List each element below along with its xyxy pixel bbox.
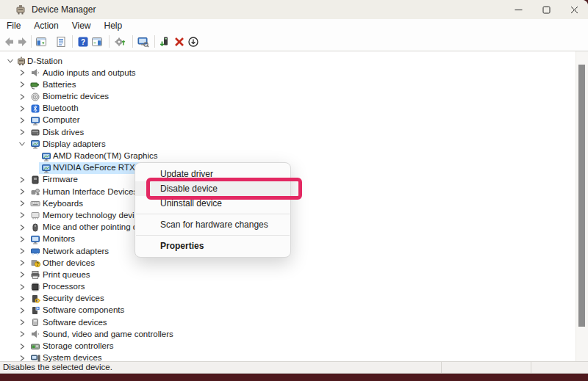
titlebar[interactable]: Device Manager xyxy=(0,0,588,19)
menu-file[interactable]: File xyxy=(0,19,27,32)
display-icon xyxy=(30,139,40,149)
toolbar-separator xyxy=(72,35,73,48)
chevron-right-icon[interactable] xyxy=(18,69,26,76)
chevron-right-icon[interactable] xyxy=(18,81,26,88)
tree-item-label: Display adapters xyxy=(43,139,106,148)
chevron-right-icon[interactable] xyxy=(18,117,26,124)
tree-item-amd-radeon-tm-graphics[interactable]: AMD Radeon(TM) Graphics xyxy=(0,150,588,162)
menu-view[interactable]: View xyxy=(65,19,98,32)
device-manager-app-icon xyxy=(15,4,26,15)
printer-icon xyxy=(30,269,40,280)
speaker-icon xyxy=(30,68,40,78)
annotation-highlight-box xyxy=(146,178,302,200)
back-icon[interactable] xyxy=(2,35,15,48)
keyboard-icon xyxy=(30,198,40,208)
chevron-right-icon[interactable] xyxy=(18,236,26,243)
monitor-icon xyxy=(30,234,40,244)
tree-item-label: Sound, video and game controllers xyxy=(43,330,173,338)
chevron-right-icon[interactable] xyxy=(18,93,26,101)
tree-item-label: Network adapters xyxy=(43,247,109,255)
chevron-right-icon[interactable] xyxy=(18,271,26,278)
bluetooth-icon xyxy=(30,104,40,114)
statusbar-separator xyxy=(441,362,442,374)
tree-item-memory-technology-devices[interactable]: Memory technology devices xyxy=(0,209,588,221)
status-text: Disables the selected device. xyxy=(3,363,112,371)
tree-item-audio-inputs-and-outputs[interactable]: Audio inputs and outputs xyxy=(0,67,588,79)
tree-item-processors[interactable]: Processors xyxy=(0,281,588,293)
disable-circle-icon[interactable] xyxy=(187,35,199,48)
toolbar-separator xyxy=(132,35,133,48)
context-menu-item-scan-for-hardware-changes[interactable]: Scan for hardware changes xyxy=(135,217,290,232)
toolbar-separator xyxy=(109,35,110,48)
chevron-right-icon[interactable] xyxy=(18,211,26,219)
tree-item-biometric-devices[interactable]: Biometric devices xyxy=(0,91,588,103)
tree-item-software-components[interactable]: Software components xyxy=(0,305,588,316)
tree-item-computer[interactable]: Computer xyxy=(0,115,588,126)
scan-gear-icon[interactable] xyxy=(113,35,126,48)
computer-monitor-icon[interactable] xyxy=(137,35,149,48)
chevron-right-icon[interactable] xyxy=(18,176,26,184)
uninstall-x-icon[interactable] xyxy=(173,35,185,48)
disk-icon xyxy=(30,127,40,137)
chevron-right-icon[interactable] xyxy=(18,259,26,266)
tree-item-label: Audio inputs and outputs xyxy=(43,68,136,77)
properties-icon[interactable] xyxy=(54,35,67,48)
tree-item-label: Firmware xyxy=(43,175,78,184)
chevron-right-icon[interactable] xyxy=(18,224,26,231)
tree-item-storage-controllers[interactable]: Storage controllers xyxy=(0,341,588,352)
tree-item-print-queues[interactable]: Print queues xyxy=(0,269,588,280)
chevron-right-icon[interactable] xyxy=(18,188,26,195)
chevron-right-icon[interactable] xyxy=(18,295,26,302)
chevron-right-icon[interactable] xyxy=(18,330,26,338)
tree-item-software-devices[interactable]: Software devices xyxy=(0,316,588,328)
mouse-icon xyxy=(30,222,40,233)
monitor-icon xyxy=(30,115,40,126)
console-tree-icon[interactable] xyxy=(35,35,47,48)
tree-item-label: Biometric devices xyxy=(43,92,109,101)
close-button[interactable] xyxy=(560,0,588,19)
tree-item-disk-drives[interactable]: Disk drives xyxy=(0,126,588,138)
window-title: Device Manager xyxy=(32,4,96,15)
tree-item-d-station[interactable]: D-Station xyxy=(0,55,588,67)
chevron-right-icon[interactable] xyxy=(18,343,26,350)
statusbar: Disables the selected device. xyxy=(0,361,588,374)
chevron-right-icon[interactable] xyxy=(18,307,26,314)
help-icon[interactable]: ? xyxy=(76,35,89,48)
display-icon xyxy=(41,151,51,162)
tree-item-batteries[interactable]: Batteries xyxy=(0,79,588,90)
chevron-right-icon[interactable] xyxy=(18,105,26,112)
chevron-right-icon[interactable] xyxy=(18,247,26,255)
action-pane-icon[interactable] xyxy=(90,35,103,48)
tree-item-nvidia-geforce-rtx-30[interactable]: NVIDIA GeForce RTX 30 xyxy=(0,162,588,174)
tree-item-mice-and-other-pointing-devices[interactable]: Mice and other pointing devices xyxy=(0,222,588,233)
tree-item-bluetooth[interactable]: Bluetooth xyxy=(0,103,588,115)
tree-item-label: Batteries xyxy=(43,80,76,89)
component-icon xyxy=(30,305,40,316)
firmware-icon xyxy=(30,175,40,185)
tree-item-sound-video-and-game-controllers[interactable]: Sound, video and game controllers xyxy=(0,328,588,340)
chevron-down-icon[interactable] xyxy=(7,57,14,65)
storage-icon xyxy=(30,341,40,352)
chevron-right-icon[interactable] xyxy=(18,128,26,136)
fingerprint-icon xyxy=(30,92,40,102)
tree-item-security-devices[interactable]: Security devices xyxy=(0,293,588,305)
device-tree: D-StationAudio inputs and outputsBatteri… xyxy=(0,51,588,361)
chevron-down-icon[interactable] xyxy=(18,140,26,148)
tree-item-other-devices[interactable]: ?Other devices xyxy=(0,257,588,269)
tree-item-label: Print queues xyxy=(43,270,90,279)
update-driver-icon[interactable] xyxy=(159,35,171,48)
tree-item-monitors[interactable]: Monitors xyxy=(0,233,588,245)
chevron-right-icon[interactable] xyxy=(18,319,26,326)
memory-icon xyxy=(30,210,40,220)
maximize-button[interactable] xyxy=(532,0,560,19)
menu-action[interactable]: Action xyxy=(27,19,65,32)
forward-icon[interactable] xyxy=(16,35,29,48)
chevron-right-icon[interactable] xyxy=(18,283,26,291)
context-menu-item-properties[interactable]: Properties xyxy=(135,239,290,253)
tree-item-network-adapters[interactable]: Network adapters xyxy=(0,245,588,257)
tree-item-display-adapters[interactable]: Display adapters xyxy=(0,138,588,150)
vertical-scrollbar-thumb[interactable] xyxy=(578,65,585,327)
menu-help[interactable]: Help xyxy=(98,19,129,32)
chevron-right-icon[interactable] xyxy=(18,200,26,207)
minimize-button[interactable] xyxy=(504,0,532,19)
